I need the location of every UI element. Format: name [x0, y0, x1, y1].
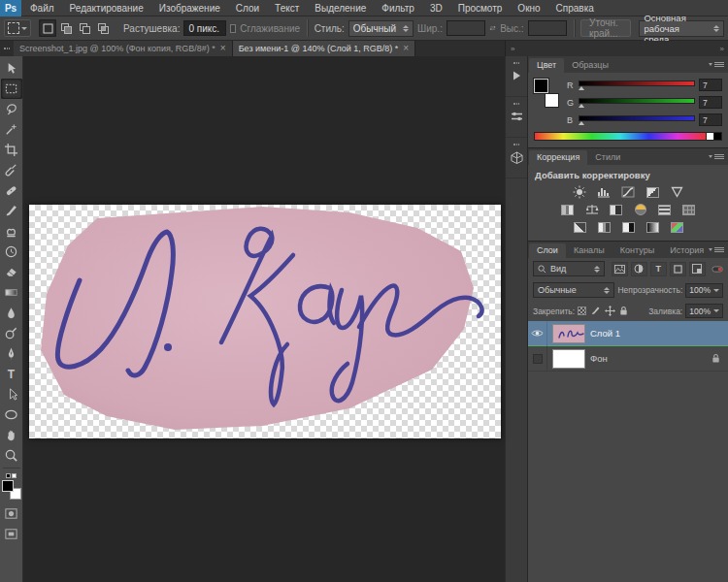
- layer-thumbnail[interactable]: [552, 349, 585, 369]
- fill-field[interactable]: 100%: [685, 304, 723, 318]
- intersect-selection-button[interactable]: [94, 19, 112, 37]
- layer-row-background[interactable]: Фон: [528, 346, 728, 372]
- rectangular-marquee-tool[interactable]: [1, 79, 22, 99]
- selective-color-button[interactable]: [668, 220, 686, 234]
- exposure-button[interactable]: [644, 185, 662, 199]
- blend-mode-dropdown[interactable]: Обычные: [533, 282, 614, 298]
- refine-edge-button[interactable]: Уточн. край...: [580, 19, 631, 37]
- visibility-toggle[interactable]: [528, 346, 547, 372]
- path-selection-tool[interactable]: [1, 384, 22, 404]
- antialias-checkbox[interactable]: [230, 24, 236, 33]
- lasso-tool[interactable]: [1, 99, 22, 119]
- workspace-dropdown[interactable]: Основная рабочая среда: [639, 20, 724, 37]
- quick-selection-tool[interactable]: [1, 119, 22, 140]
- close-icon[interactable]: ×: [220, 44, 226, 53]
- foreground-color-swatch[interactable]: [2, 480, 14, 492]
- tab-swatches[interactable]: Образцы: [564, 58, 616, 73]
- clone-stamp-tool[interactable]: [1, 221, 22, 242]
- type-tool[interactable]: T: [1, 364, 22, 384]
- panel-menu-icon[interactable]: [714, 154, 724, 155]
- document-canvas[interactable]: [29, 205, 501, 438]
- tab-channels[interactable]: Каналы: [566, 243, 612, 258]
- collapse-panels-icon[interactable]: »: [720, 45, 723, 53]
- menu-image[interactable]: Изображение: [152, 0, 227, 16]
- hand-tool[interactable]: [1, 425, 22, 445]
- filter-smart-objects-button[interactable]: [689, 262, 706, 276]
- menu-filter[interactable]: Фильтр: [375, 0, 421, 16]
- lock-position-button[interactable]: [605, 306, 615, 316]
- color-swatches-control[interactable]: [2, 480, 21, 500]
- color-lookup-button[interactable]: [679, 203, 698, 216]
- visibility-toggle[interactable]: [528, 321, 547, 346]
- tab-styles[interactable]: Стили: [587, 150, 628, 165]
- blur-tool[interactable]: [1, 303, 22, 323]
- slider-thumb[interactable]: [579, 121, 584, 125]
- layer-row-layer1[interactable]: Слой 1: [528, 321, 728, 346]
- move-tool[interactable]: [1, 58, 22, 79]
- feather-input[interactable]: 0 пикс.: [183, 20, 226, 36]
- crop-tool[interactable]: [1, 140, 22, 160]
- 3d-panel-button[interactable]: [506, 142, 527, 178]
- pen-tool[interactable]: [1, 343, 22, 364]
- close-icon[interactable]: ×: [403, 44, 409, 53]
- add-to-selection-button[interactable]: [57, 19, 75, 37]
- tab-history[interactable]: История: [662, 243, 711, 258]
- eraser-tool[interactable]: [1, 262, 22, 282]
- subtract-from-selection-button[interactable]: [76, 19, 93, 37]
- background-color-swatch[interactable]: [545, 93, 559, 108]
- filter-pixel-layers-button[interactable]: [612, 262, 628, 276]
- default-colors-control[interactable]: [6, 473, 17, 478]
- zoom-tool[interactable]: [1, 445, 22, 466]
- menu-3d[interactable]: 3D: [423, 0, 449, 16]
- lock-paint-button[interactable]: [590, 306, 601, 316]
- green-value-field[interactable]: 7: [699, 96, 722, 109]
- properties-panel-button[interactable]: [506, 101, 527, 138]
- tab-adjustments[interactable]: Коррекция: [529, 150, 587, 165]
- green-slider[interactable]: [579, 98, 695, 108]
- layer-filter-toggle[interactable]: [711, 264, 723, 275]
- new-selection-button[interactable]: [39, 19, 56, 37]
- panel-menu-icon[interactable]: [714, 247, 724, 248]
- color-balance-button[interactable]: [582, 203, 601, 216]
- history-brush-tool[interactable]: [1, 242, 22, 262]
- levels-button[interactable]: [595, 185, 613, 199]
- curves-button[interactable]: [619, 185, 638, 199]
- layer-name[interactable]: Фон: [590, 353, 707, 364]
- slider-thumb[interactable]: [579, 104, 584, 108]
- menu-help[interactable]: Справка: [549, 0, 601, 16]
- height-input[interactable]: [528, 20, 567, 36]
- gradient-map-button[interactable]: [644, 220, 662, 234]
- filter-adjustment-layers-button[interactable]: [631, 262, 647, 276]
- black-swatch[interactable]: [714, 132, 722, 141]
- red-slider[interactable]: [579, 81, 695, 90]
- actions-panel-button[interactable]: [506, 60, 527, 97]
- black-white-button[interactable]: [607, 203, 625, 216]
- gradient-tool[interactable]: [1, 282, 22, 303]
- menu-edit[interactable]: Редактирование: [63, 0, 150, 16]
- menu-type[interactable]: Текст: [268, 0, 306, 16]
- shape-tool[interactable]: [1, 404, 22, 425]
- layer-thumbnail[interactable]: [552, 324, 585, 343]
- opacity-field[interactable]: 100%: [685, 283, 723, 298]
- canvas-area[interactable]: [23, 56, 505, 582]
- foreground-color-swatch[interactable]: [534, 79, 548, 93]
- threshold-button[interactable]: [619, 220, 638, 234]
- menu-select[interactable]: Выделение: [308, 0, 373, 16]
- eyedropper-tool[interactable]: [1, 160, 22, 180]
- healing-brush-tool[interactable]: [1, 180, 22, 201]
- invert-button[interactable]: [571, 220, 589, 234]
- tool-preset-picker[interactable]: [4, 19, 31, 37]
- screen-mode-button[interactable]: [1, 524, 22, 544]
- tab-color[interactable]: Цвет: [529, 58, 564, 73]
- hue-saturation-button[interactable]: [558, 203, 577, 216]
- photo-filter-button[interactable]: [631, 203, 649, 216]
- brush-tool[interactable]: [1, 201, 22, 221]
- menu-file[interactable]: Файл: [23, 0, 61, 16]
- tab-paths[interactable]: Контуры: [612, 243, 662, 258]
- menu-window[interactable]: Окно: [511, 0, 546, 16]
- white-swatch[interactable]: [707, 132, 714, 141]
- dodge-tool[interactable]: [1, 323, 22, 343]
- lock-transparency-button[interactable]: [578, 307, 586, 315]
- menu-layers[interactable]: Слои: [229, 0, 266, 16]
- brightness-contrast-button[interactable]: [571, 185, 589, 199]
